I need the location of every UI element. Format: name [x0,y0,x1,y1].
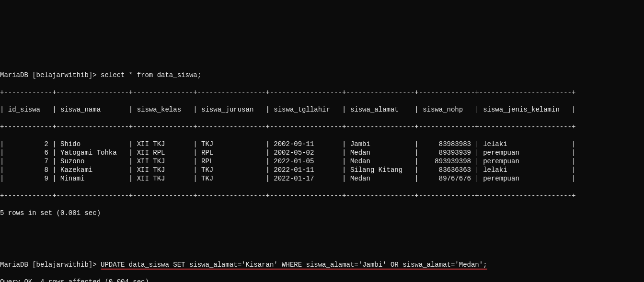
table-row: | 6 | Yatogami Tohka | XII RPL | RPL | 2… [0,148,644,157]
terminal-output[interactable]: MariaDB [belajarwithib]> select * from d… [0,43,644,282]
prompt-line: MariaDB [belajarwithib]> UPDATE data_sis… [0,260,644,269]
table-row: | 9 | Minami | XII TKJ | TKJ | 2022-01-1… [0,174,644,183]
sql-update: UPDATE data_siswa SET siswa_alamat='Kisa… [101,260,487,269]
table-row: | 7 | Suzono | XII TKJ | RPL | 2022-01-0… [0,157,644,166]
table-sep: +------------+------------------+-------… [0,123,644,131]
table-row: | 8 | Kazekami | XII TKJ | TKJ | 2022-01… [0,166,644,174]
update-result-1: Query OK, 4 rows affected (0.004 sec) [0,278,644,282]
rows-footer: 5 rows in set (0.001 sec) [0,209,644,217]
table-sep: +------------+------------------+-------… [0,88,644,97]
sql-select-1: select * from data_siswa; [101,71,201,79]
table-sep: +------------+------------------+-------… [0,192,644,200]
blank [0,226,644,235]
db-prompt: MariaDB [belajarwithib]> [0,261,101,269]
db-prompt: MariaDB [belajarwithib]> [0,71,101,79]
table-header: | id_siswa | siswa_nama | siswa_kelas | … [0,105,644,114]
table-row: | 2 | Shido | XII TKJ | TKJ | 2002-09-11… [0,140,644,148]
prompt-line: MariaDB [belajarwithib]> select * from d… [0,71,644,79]
